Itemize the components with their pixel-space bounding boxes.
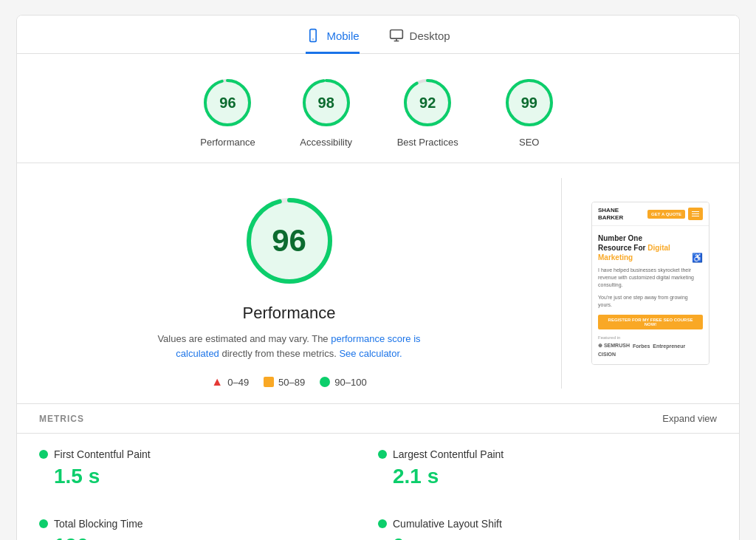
score-circle-seo: 99 <box>503 76 556 129</box>
desc-link2: See calculator. <box>339 348 402 359</box>
left-panel: 96 Performance Values are estimated and … <box>39 178 539 389</box>
sc-logo-line1: SHANE <box>598 207 619 213</box>
website-screenshot: SHANE BARKER GET A QUOTE Number OneResou… <box>591 202 709 365</box>
sc-brand-entrepreneur: Entrepreneur <box>653 344 685 349</box>
legend-green-label: 90–100 <box>334 377 366 388</box>
metric-tbt-dot <box>39 519 48 528</box>
metric-lcp-dot <box>378 450 387 459</box>
performance-title: Performance <box>243 304 336 323</box>
tab-mobile[interactable]: Mobile <box>306 28 359 54</box>
score-seo: 99 SEO <box>503 76 556 148</box>
sc-hamburger-icon <box>688 208 703 220</box>
metrics-header: METRICS Expand view <box>17 404 739 434</box>
metric-tbt-value: 190 ms <box>54 534 371 540</box>
metric-fcp-name: First Contentful Paint <box>54 448 151 460</box>
desc-text: Values are estimated and may vary. The <box>157 333 331 344</box>
desktop-icon <box>389 28 404 43</box>
legend-orange-label: 50–89 <box>278 377 305 388</box>
metric-cls-name-row: Cumulative Layout Shift <box>378 518 709 530</box>
score-value-performance: 96 <box>219 95 236 112</box>
sc-register-btn: REGISTER FOR MY FREE SEO COURSE NOW! <box>598 315 703 329</box>
big-score-circle: 96 <box>241 193 337 289</box>
score-circle-best-practices: 92 <box>401 76 454 129</box>
metric-fcp-value: 1.5 s <box>54 465 371 488</box>
calculator-link[interactable]: See calculator. <box>339 348 402 359</box>
sc-brands: ⊕ SEMRUSH Forbes Entrepreneur CISION <box>598 343 703 357</box>
score-best-practices: 92 Best Practices <box>397 76 458 148</box>
metric-tbt-name-row: Total Blocking Time <box>39 518 371 530</box>
sc-headline: Number OneResource For DigitalMarketing … <box>598 233 703 262</box>
sc-body-text1: I have helped businesses skyrocket their… <box>598 267 703 288</box>
score-label-accessibility: Accessibility <box>300 137 352 148</box>
main-content: 96 Performance Values are estimated and … <box>17 163 739 404</box>
metric-cls-value: 0 <box>393 534 709 540</box>
metric-fcp: First Contentful Paint 1.5 s <box>39 434 378 503</box>
metric-tbt: Total Blocking Time 190 ms <box>39 503 378 540</box>
metrics-grid: First Contentful Paint 1.5 s Largest Con… <box>17 434 739 540</box>
legend: ▲ 0–49 50–89 90–100 <box>211 375 366 389</box>
sc-header: SHANE BARKER GET A QUOTE <box>592 202 709 226</box>
tabs-bar: Mobile Desktop <box>17 16 739 54</box>
legend-red-label: 0–49 <box>227 377 249 388</box>
score-value-accessibility: 98 <box>318 95 334 112</box>
metric-cls-dot <box>378 519 387 528</box>
legend-red: ▲ 0–49 <box>211 375 249 389</box>
metric-cls-name: Cumulative Layout Shift <box>393 518 502 530</box>
scores-row: 96 Performance 98 Accessibility 92 <box>17 54 739 163</box>
tab-desktop-label: Desktop <box>410 30 450 42</box>
sc-logo: SHANE BARKER <box>598 207 623 221</box>
metric-cls: Cumulative Layout Shift 0 <box>378 503 717 540</box>
metric-fcp-name-row: First Contentful Paint <box>39 448 371 460</box>
sc-brand-cision: CISION <box>598 352 616 357</box>
legend-orange-icon <box>264 377 274 387</box>
sc-body: Number OneResource For DigitalMarketing … <box>592 226 709 364</box>
score-label-performance: Performance <box>200 137 255 148</box>
score-circle-performance: 96 <box>201 76 254 129</box>
score-label-seo: SEO <box>519 137 539 148</box>
desc-cont: directly from these metrics. <box>219 348 340 359</box>
metric-lcp: Largest Contentful Paint 2.1 s <box>378 434 717 503</box>
performance-description: Values are estimated and may vary. The p… <box>149 332 430 360</box>
sc-get-quote-btn: GET A QUOTE <box>647 210 685 219</box>
metrics-section-label: METRICS <box>39 414 84 424</box>
metric-lcp-name-row: Largest Contentful Paint <box>378 448 709 460</box>
score-label-best-practices: Best Practices <box>397 137 458 148</box>
sc-logo-line2: BARKER <box>598 214 623 221</box>
tab-desktop[interactable]: Desktop <box>389 28 450 54</box>
expand-view-link[interactable]: Expand view <box>662 413 717 424</box>
mobile-icon <box>306 28 320 43</box>
sc-body-text2: You're just one step away from growing y… <box>598 294 703 309</box>
tab-mobile-label: Mobile <box>326 30 359 42</box>
score-circle-accessibility: 98 <box>300 76 353 129</box>
right-panel: SHANE BARKER GET A QUOTE Number OneResou… <box>584 178 717 389</box>
svg-rect-2 <box>390 30 402 39</box>
score-value-seo: 99 <box>521 95 537 112</box>
score-value-best-practices: 92 <box>419 95 436 112</box>
sc-featured-label: Featured in <box>598 335 703 340</box>
legend-green-icon <box>320 377 330 387</box>
metric-lcp-name: Largest Contentful Paint <box>393 448 504 460</box>
vertical-divider <box>561 178 562 389</box>
metric-fcp-dot <box>39 450 48 459</box>
legend-red-icon: ▲ <box>211 375 223 389</box>
legend-orange: 50–89 <box>264 377 305 388</box>
score-accessibility: 98 Accessibility <box>300 76 353 148</box>
svg-rect-0 <box>310 30 316 42</box>
metric-tbt-name: Total Blocking Time <box>54 518 143 530</box>
sc-headline-highlight: DigitalMarketing <box>598 244 670 262</box>
sc-brand-forbes: Forbes <box>633 344 650 349</box>
score-performance: 96 Performance <box>200 76 255 148</box>
metric-lcp-value: 2.1 s <box>393 465 709 488</box>
big-score-value: 96 <box>272 223 306 259</box>
sc-brand-semrush: ⊕ SEMRUSH <box>598 343 630 349</box>
main-container: Mobile Desktop 96 Performance <box>16 15 740 540</box>
legend-green: 90–100 <box>320 377 366 388</box>
